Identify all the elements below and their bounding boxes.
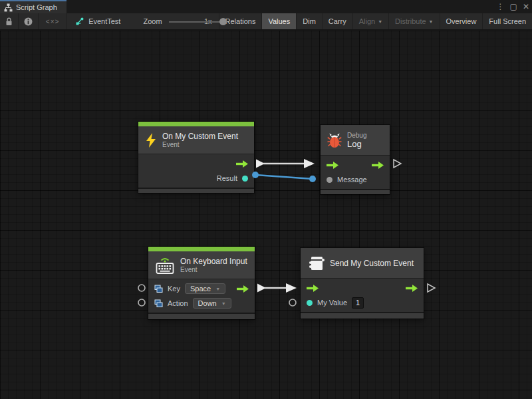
dim-button[interactable]: Dim	[297, 13, 323, 29]
keyboard-icon	[155, 255, 175, 275]
zoom-slider-handle[interactable]	[219, 18, 227, 25]
unconnected-port-my-value[interactable]	[289, 299, 296, 306]
node-footer	[301, 312, 424, 319]
tab-title: Script Graph	[16, 3, 57, 11]
control-wire-custom-event-to-log[interactable]	[256, 159, 315, 168]
tab-script-graph[interactable]: Script Graph	[0, 0, 66, 13]
graph-canvas[interactable]: On My Custom Event Event Result	[0, 31, 532, 399]
node-footer	[138, 188, 254, 193]
unit-icon	[307, 254, 325, 273]
zoom-slider[interactable]	[169, 13, 198, 30]
fullscreen-button[interactable]: Full Screen	[483, 13, 532, 29]
node-on-keyboard-input[interactable]: On Keyboard Input Event Key Space ▼	[148, 247, 255, 319]
port-label-result: Result	[217, 174, 237, 182]
window-close-icon[interactable]: ✕	[523, 0, 529, 13]
node-on-my-custom-event[interactable]: On My Custom Event Event Result	[138, 122, 254, 193]
unconnected-port-action[interactable]	[138, 299, 145, 306]
port-label-my-value: My Value	[317, 299, 347, 307]
chevron-down-icon: ▼	[221, 301, 226, 306]
port-label-message: Message	[337, 176, 367, 184]
control-output-port[interactable]	[237, 285, 249, 293]
enum-type-icon	[154, 285, 163, 293]
distribute-dropdown-button[interactable]: Distribute ▼	[389, 13, 440, 29]
control-wire-keyboard-to-send[interactable]	[257, 283, 297, 293]
control-input-port[interactable]	[327, 162, 338, 169]
lightning-icon	[145, 133, 157, 148]
carry-button[interactable]: Carry	[323, 13, 353, 29]
node-footer	[321, 189, 390, 194]
value-output-port[interactable]	[242, 176, 248, 182]
value-input-port[interactable]	[327, 177, 332, 183]
align-dropdown-button[interactable]: Align ▼	[353, 13, 389, 29]
action-dropdown[interactable]: Down ▼	[193, 298, 231, 309]
info-icon	[24, 17, 33, 26]
key-dropdown[interactable]: Space ▼	[185, 283, 225, 294]
unconnected-flow-debug-log[interactable]	[394, 160, 401, 168]
code-icon: <×>	[46, 18, 60, 25]
chevron-down-icon: ▼	[429, 19, 434, 24]
control-input-port[interactable]	[307, 285, 319, 292]
unconnected-flow-send-event[interactable]	[428, 284, 435, 292]
event-strip	[148, 247, 255, 251]
node-title: Send My Custom Event	[330, 259, 414, 268]
overview-button[interactable]: Overview	[440, 13, 483, 29]
graph-name: EventTest	[88, 17, 120, 25]
graph-asset-icon	[75, 17, 84, 26]
node-subtitle: Event	[180, 266, 247, 274]
control-output-port[interactable]	[406, 285, 418, 292]
window-menu-icon[interactable]: ⋮	[497, 0, 505, 13]
node-title: On My Custom Event	[162, 132, 238, 141]
wire-layer	[0, 31, 532, 399]
chevron-down-icon: ▼	[215, 287, 220, 291]
title-bar: Script Graph ⋮ ▢ ✕	[0, 0, 532, 13]
value-wire-result-to-message[interactable]	[252, 172, 316, 182]
chevron-down-icon: ▼	[378, 19, 382, 24]
value-input-port[interactable]	[307, 300, 313, 306]
csharp-preview-button[interactable]: <×>	[39, 13, 67, 29]
lock-icon	[5, 17, 13, 26]
node-title-category: Debug	[347, 132, 366, 140]
event-strip	[138, 122, 254, 126]
inspect-button[interactable]	[19, 13, 39, 29]
window-maximize-icon[interactable]: ▢	[510, 0, 517, 13]
graph-toolbar: <×> EventTest Zoom 1x Relations Values D…	[0, 13, 532, 30]
zoom-label: Zoom	[139, 13, 166, 29]
graph-hierarchy-icon	[4, 3, 13, 12]
script-graph-window: Script Graph ⋮ ▢ ✕ <×>	[0, 0, 532, 399]
graph-breadcrumb[interactable]: EventTest	[71, 13, 124, 29]
node-title: Log	[347, 140, 366, 149]
my-value-input[interactable]: 1	[352, 297, 364, 309]
node-subtitle: Event	[162, 141, 238, 149]
unconnected-port-key[interactable]	[138, 285, 145, 291]
lock-button[interactable]	[0, 13, 19, 29]
node-footer	[148, 313, 255, 319]
control-output-port[interactable]	[372, 162, 384, 169]
zoom-slider-track	[169, 21, 227, 23]
port-label-key: Key	[168, 285, 180, 293]
port-label-action: Action	[168, 299, 188, 307]
node-send-my-custom-event[interactable]: Send My Custom Event M	[301, 248, 424, 319]
values-button[interactable]: Values	[262, 13, 297, 29]
node-title: On Keyboard Input	[180, 257, 247, 266]
control-output-port[interactable]	[236, 160, 248, 168]
bug-icon	[327, 132, 342, 148]
enum-type-icon	[154, 299, 163, 308]
node-debug-log[interactable]: Debug Log Me	[321, 125, 390, 194]
